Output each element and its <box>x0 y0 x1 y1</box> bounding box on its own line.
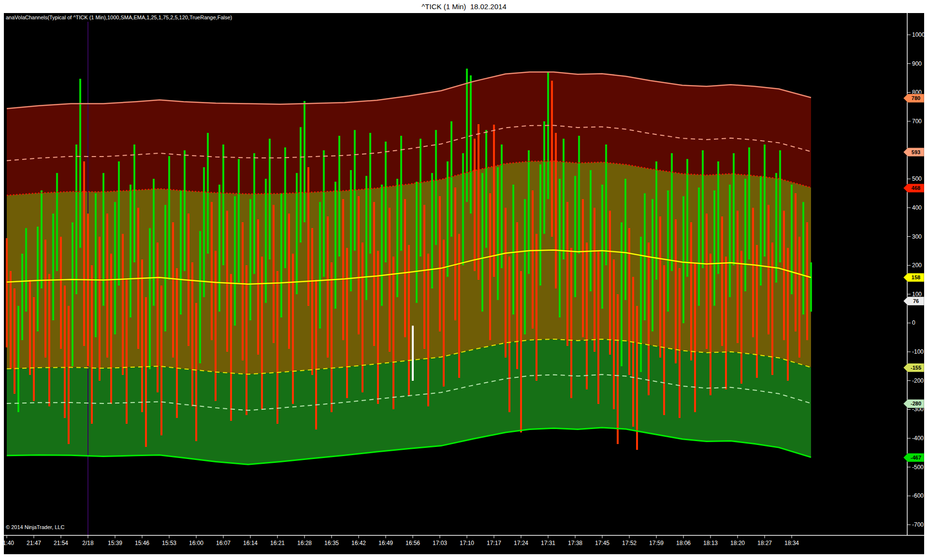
price-tick-label: 1000 <box>912 31 924 38</box>
price-tick-label: 100 <box>912 291 922 298</box>
time-tick-label: 17:24 <box>514 540 528 546</box>
time-tick-label: 2/18 <box>82 540 94 546</box>
price-tag-593: 593 <box>903 148 924 157</box>
time-tick-label: 16:07 <box>216 540 231 546</box>
svg-text:76: 76 <box>913 298 919 304</box>
time-tick-label: 17:45 <box>595 540 609 546</box>
time-tick-label: 17:17 <box>487 540 501 546</box>
price-tick-label: 200 <box>912 262 922 269</box>
svg-text:593: 593 <box>912 149 920 155</box>
price-tick-label: -200 <box>912 377 924 384</box>
time-tick-label: 17:31 <box>541 540 555 546</box>
price-marker-tags: 78059346815876-155-280-467 <box>903 94 924 462</box>
price-tick-label: 300 <box>912 233 922 240</box>
time-tick-label: 18:20 <box>730 540 745 546</box>
indicator-label: anaVolaChannels(Typical of ^TICK (1 Min)… <box>6 14 232 20</box>
time-tick-label: 17:59 <box>649 540 664 546</box>
time-tick-label: 17:10 <box>460 540 474 546</box>
time-tick-label: 15:53 <box>162 540 176 546</box>
price-tag-158: 158 <box>903 273 924 282</box>
time-tick-label: 21:54 <box>54 540 68 546</box>
price-tick-label: -500 <box>912 464 924 471</box>
price-tick-label: -600 <box>912 492 924 499</box>
time-axis[interactable]: 21:4021:4721:542/1815:3915:4615:5316:001… <box>4 535 799 546</box>
price-tag--280: -280 <box>903 400 924 408</box>
chart-title: ^TICK (1 Min) 18.02.2014 <box>421 2 506 11</box>
time-tick-label: 16:28 <box>297 540 312 546</box>
svg-text:468: 468 <box>912 185 920 191</box>
price-tick-label: 900 <box>912 60 922 67</box>
time-tick-label: 16:49 <box>378 540 393 546</box>
price-tag-780: 780 <box>903 94 924 102</box>
svg-text:158: 158 <box>912 274 920 280</box>
price-tick-label: 700 <box>912 118 922 125</box>
copyright-notice: © 2014 NinjaTrader, LLC <box>6 524 64 530</box>
time-tick-label: 16:56 <box>406 540 420 546</box>
title-bar: ^TICK (1 Min) 18.02.2014 <box>0 0 928 13</box>
price-tag--155: -155 <box>903 363 924 372</box>
svg-text:-280: -280 <box>911 401 921 406</box>
price-tag-76: 76 <box>903 297 924 305</box>
time-tick-label: 21:47 <box>27 540 41 546</box>
price-tick-label: 400 <box>912 204 922 211</box>
time-tick-label: 17:03 <box>433 540 447 546</box>
time-tick-label: 17:38 <box>568 540 582 546</box>
time-tick-label: 21:40 <box>4 540 14 546</box>
time-tick-label: 17:52 <box>622 540 637 546</box>
time-tick-label: 16:00 <box>189 540 203 546</box>
time-tick-label: 16:42 <box>351 540 366 546</box>
chart-canvas[interactable]: 10009008007006005004003002001000-100-200… <box>4 13 924 554</box>
svg-text:-467: -467 <box>911 455 921 460</box>
time-tick-label: 16:35 <box>324 540 339 546</box>
time-tick-label: 18:13 <box>703 540 718 546</box>
time-tick-label: 18:27 <box>757 540 772 546</box>
svg-text:-155: -155 <box>911 365 921 371</box>
price-tag--467: -467 <box>903 453 924 462</box>
time-tick-label: 18:06 <box>676 540 691 546</box>
ninjatrader-window: ^TICK (1 Min) 18.02.2014 100090080070060… <box>0 0 928 560</box>
time-tick-label: 16:14 <box>243 540 258 546</box>
price-tag-468: 468 <box>903 184 924 192</box>
svg-text:780: 780 <box>912 95 920 101</box>
price-tick-label: 0 <box>912 319 915 326</box>
time-tick-label: 16:21 <box>270 540 285 546</box>
time-tick-label: 15:39 <box>108 540 122 546</box>
price-tick-label: -700 <box>912 521 924 528</box>
price-tick-label: 500 <box>912 175 922 182</box>
price-tick-label: -400 <box>912 435 924 442</box>
price-tick-label: -100 <box>912 348 924 355</box>
chart-area[interactable]: 10009008007006005004003002001000-100-200… <box>4 13 924 554</box>
time-tick-label: 15:46 <box>135 540 149 546</box>
time-tick-label: 18:34 <box>784 540 799 546</box>
